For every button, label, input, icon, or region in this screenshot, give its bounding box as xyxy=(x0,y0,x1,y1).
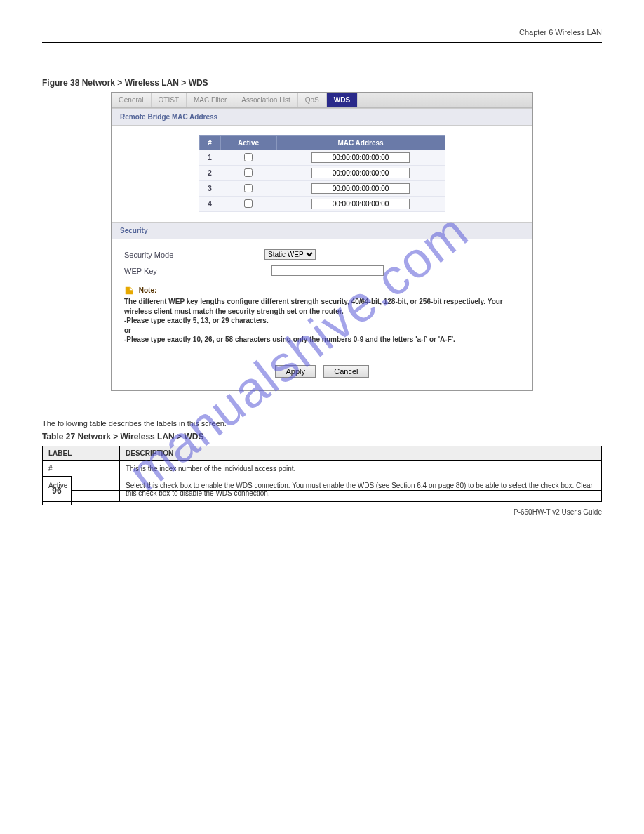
table-row: 4 xyxy=(199,197,445,212)
wep-key-input[interactable] xyxy=(271,265,384,276)
active-checkbox[interactable] xyxy=(244,199,253,208)
table-row: 3 xyxy=(199,181,445,197)
mac-input[interactable] xyxy=(311,168,410,178)
note-line: -Please type exactly 10, 26, or 58 chara… xyxy=(124,335,520,345)
mac-input[interactable] xyxy=(311,199,410,209)
note-icon xyxy=(124,286,134,296)
tab-bar: General OTIST MAC Filter Association Lis… xyxy=(112,93,532,108)
section-remote-bridge-title: Remote Bridge MAC Address xyxy=(112,108,532,126)
security-mode-select[interactable]: Static WEP xyxy=(264,249,316,260)
tab-otist[interactable]: OTIST xyxy=(152,93,187,107)
info-header-desc: DESCRIPTION xyxy=(120,446,602,460)
row-index: 3 xyxy=(199,181,220,197)
note-line: or xyxy=(124,326,520,336)
table-row: 2 xyxy=(199,166,445,181)
mac-header-active: Active xyxy=(220,136,276,150)
active-checkbox[interactable] xyxy=(244,184,253,192)
cancel-button[interactable]: Cancel xyxy=(323,365,368,378)
tab-qos[interactable]: QoS xyxy=(298,93,327,107)
table-row: # This is the index number of the indivi… xyxy=(43,460,602,477)
section-remote-bridge-body: # Active MAC Address 1 2 3 4 xyxy=(112,126,532,222)
info-header-label: LABEL xyxy=(43,446,120,460)
row-index: 2 xyxy=(199,166,220,181)
tab-macfilter[interactable]: MAC Filter xyxy=(187,93,234,107)
section-security-body: Security Mode Static WEP WEP Key Note: T… xyxy=(112,239,532,355)
table-row: 1 xyxy=(199,150,445,166)
row-index: 1 xyxy=(199,150,220,166)
wep-key-label: WEP Key xyxy=(124,267,264,275)
header-rule xyxy=(42,42,602,43)
page-footer: 96 P-660HW-T v2 User's Guide xyxy=(42,476,602,516)
mac-input[interactable] xyxy=(311,152,410,163)
footer-text: P-660HW-T v2 User's Guide xyxy=(42,508,602,516)
tab-assoc-list[interactable]: Association List xyxy=(234,93,297,107)
note-title: Note: xyxy=(139,286,157,294)
note-block: Note: The different WEP key lengths conf… xyxy=(124,286,520,345)
table-label: Table 27 Network > Wireless LAN > WDS xyxy=(42,432,602,442)
figure-label: Figure 38 Network > Wireless LAN > WDS xyxy=(42,78,602,88)
security-mode-label: Security Mode xyxy=(124,251,264,259)
desc-text: The following table describes the labels… xyxy=(42,419,602,428)
tab-general[interactable]: General xyxy=(112,93,152,107)
info-label-cell: # xyxy=(43,460,120,477)
wds-screenshot: General OTIST MAC Filter Association Lis… xyxy=(111,92,533,391)
mac-table: # Active MAC Address 1 2 3 4 xyxy=(199,135,445,212)
tab-wds[interactable]: WDS xyxy=(327,93,358,107)
active-checkbox[interactable] xyxy=(244,168,253,177)
page-header: Chapter 6 Wireless LAN xyxy=(42,28,602,37)
active-checkbox[interactable] xyxy=(244,153,253,161)
page-number: 96 xyxy=(42,476,72,505)
info-desc-cell: This is the index number of the individu… xyxy=(120,460,602,477)
mac-input[interactable] xyxy=(311,183,410,194)
mac-header-mac: MAC Address xyxy=(276,136,445,150)
footer-rule xyxy=(72,490,602,491)
note-line: -Please type exactly 5, 13, or 29 charac… xyxy=(124,316,520,326)
section-security-title: Security xyxy=(112,222,532,239)
mac-header-num: # xyxy=(199,136,220,150)
note-line: The different WEP key lengths configure … xyxy=(124,297,520,316)
button-row: Apply Cancel xyxy=(112,355,532,390)
row-index: 4 xyxy=(199,197,220,212)
apply-button[interactable]: Apply xyxy=(275,365,316,378)
